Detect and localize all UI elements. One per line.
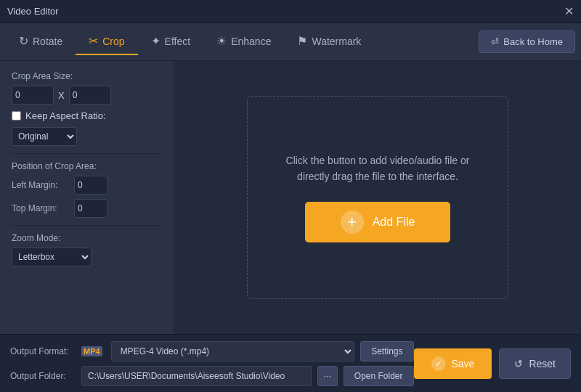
action-buttons: ✓ Save ↺ Reset [414,348,572,379]
open-folder-button[interactable]: Open Folder [344,366,414,386]
settings-button[interactable]: Settings [360,341,413,362]
bottom-bar: Output Format: MP4 MPEG-4 Video (*.mp4) … [0,334,581,392]
position-label: Position of Crop Area: [12,161,162,171]
folder-path-input[interactable] [81,366,312,386]
left-panel: Crop Area Size: X Keep Aspect Ratio: Ori… [0,61,174,334]
aspect-ratio-select[interactable]: Original 16:9 4:3 1:1 [12,127,77,146]
enhance-icon: ☀ [216,34,227,48]
divider-2 [12,225,162,226]
zoom-mode-select[interactable]: Letterbox Pan & Scan Full [12,248,92,266]
crop-height-input[interactable] [69,86,111,105]
keep-aspect-row: Keep Aspect Ratio: [12,110,162,121]
output-format-label: Output Format: [10,346,76,356]
rotate-icon: ↻ [19,34,28,48]
zoom-mode-label: Zoom Mode: [12,233,162,243]
close-button[interactable]: ✕ [564,6,574,17]
bottom-combined: Output Format: MP4 MPEG-4 Video (*.mp4) … [10,341,571,386]
home-icon: ⏎ [491,36,499,47]
format-select[interactable]: MPEG-4 Video (*.mp4) [111,341,355,362]
watermark-icon: ⚑ [297,34,307,48]
save-button[interactable]: ✓ Save [414,348,492,379]
drop-text: Click the button to add video/audio file… [286,152,470,185]
top-margin-input[interactable] [74,199,107,218]
check-icon: ✓ [431,356,446,371]
crop-area-size-label: Crop Area Size: [12,71,162,81]
mpeg-icon: MP4 [81,346,102,356]
drop-zone: Click the button to add video/audio file… [247,96,508,299]
output-format-row: Output Format: MP4 MPEG-4 Video (*.mp4) … [10,341,414,362]
crop-size-row: X [12,86,162,105]
back-to-home-button[interactable]: ⏎ Back to Home [479,30,575,53]
main-area: Crop Area Size: X Keep Aspect Ratio: Ori… [0,61,581,334]
crop-width-input[interactable] [12,86,54,105]
plus-circle-icon: + [341,211,364,234]
top-margin-label: Top Margin: [12,203,70,213]
tabbar: ↻ Rotate ✂ Crop ✦ Effect ☀ Enhance ⚑ Wat… [0,23,581,61]
add-file-button[interactable]: + Add File [305,202,450,242]
titlebar: Video Editor ✕ [0,0,581,23]
left-margin-label: Left Margin: [12,180,70,190]
output-folder-row: Output Folder: ··· Open Folder [10,366,414,386]
keep-aspect-checkbox[interactable] [12,111,21,121]
dots-button[interactable]: ··· [317,366,338,386]
top-margin-row: Top Margin: [12,199,162,218]
effect-icon: ✦ [151,34,161,48]
tab-crop[interactable]: ✂ Crop [76,28,137,55]
output-folder-label: Output Folder: [10,371,76,381]
reset-icon: ↺ [514,358,523,369]
bottom-left-rows: Output Format: MP4 MPEG-4 Video (*.mp4) … [10,341,414,386]
tab-watermark[interactable]: ⚑ Watermark [284,28,374,55]
x-label: X [58,90,65,101]
app-title: Video Editor [7,6,59,17]
left-margin-input[interactable] [74,176,107,195]
reset-button[interactable]: ↺ Reset [499,348,571,379]
divider-1 [12,153,162,154]
left-margin-row: Left Margin: [12,176,162,195]
tab-effect[interactable]: ✦ Effect [138,28,204,55]
tab-enhance[interactable]: ☀ Enhance [203,28,284,55]
crop-icon: ✂ [89,34,98,48]
tab-rotate[interactable]: ↻ Rotate [6,28,76,55]
canvas-area: Click the button to add video/audio file… [174,61,581,334]
keep-aspect-label: Keep Aspect Ratio: [25,110,106,121]
